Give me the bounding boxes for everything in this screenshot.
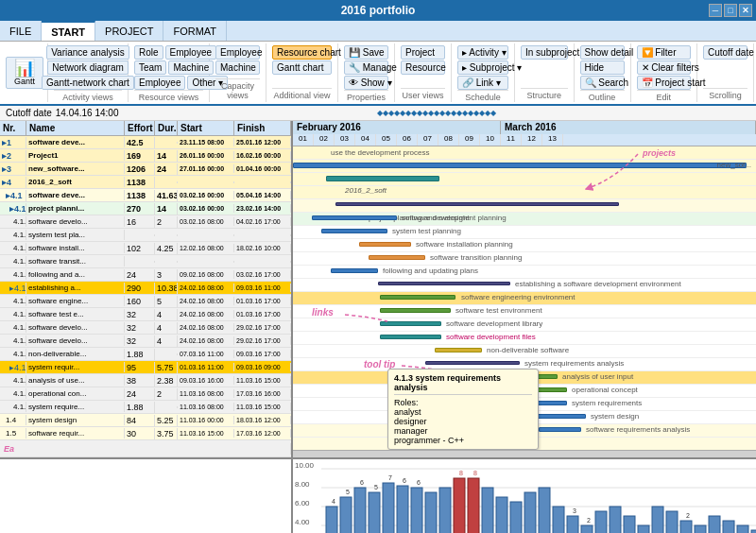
table-row[interactable]: ▸4.1.3 system requir... 95 5.75 01.03.16… bbox=[0, 361, 291, 374]
scrolling-label: Scrolling bbox=[703, 88, 747, 100]
svg-text:8: 8 bbox=[459, 470, 463, 476]
maximize-button[interactable]: □ bbox=[724, 4, 737, 17]
close-button[interactable]: ✕ bbox=[739, 4, 752, 17]
svg-rect-5 bbox=[326, 507, 337, 533]
gantt-chart-button[interactable]: Gantt chart bbox=[272, 60, 332, 75]
network-diagram-button[interactable]: Network diagram bbox=[47, 60, 129, 75]
tab-project[interactable]: PROJECT bbox=[95, 21, 163, 41]
project-view-button[interactable]: Project bbox=[401, 45, 445, 60]
table-row[interactable]: 4.1.2 non-deliverable... 1.88 07.03.16 1… bbox=[0, 348, 291, 361]
show-detail-button[interactable]: Show detail bbox=[580, 45, 625, 60]
minimize-button[interactable]: ─ bbox=[709, 4, 722, 17]
sip-label: software installation planning bbox=[416, 240, 513, 249]
schedule-label: Schedule bbox=[457, 90, 508, 102]
ribbon: 📊 Gantt Variance analysis Network diagra… bbox=[0, 42, 756, 106]
table-row[interactable]: 4.1.3 system require... 1.88 11.03.16 08… bbox=[0, 401, 291, 414]
filter-button[interactable]: 🔽 Filter bbox=[637, 45, 692, 60]
table-row[interactable]: Ea bbox=[0, 440, 291, 457]
table-row[interactable]: 4.1.3 analysis of use... 38 2.38 09.03.1… bbox=[0, 374, 291, 387]
gantt-hscrollbar[interactable] bbox=[293, 450, 756, 457]
development-process-label: use the development process bbox=[331, 148, 430, 157]
in-subproject-button[interactable]: In subproject bbox=[521, 45, 568, 60]
table-row[interactable]: ▸4.1 software deve... 1138 41.63 03.02.1… bbox=[0, 189, 291, 202]
projects-label: projects bbox=[643, 148, 676, 158]
table-row[interactable]: 4.1.2 software engine... 160 5 24.02.16 … bbox=[0, 295, 291, 308]
resource-view-button[interactable]: Resource bbox=[401, 60, 445, 75]
project-start-button[interactable]: 📅 Project start bbox=[637, 76, 692, 90]
task-table: Nr. Name Effort Dur. Start Finish ▸1 sof… bbox=[0, 121, 293, 457]
table-row[interactable]: ▸4 2016_2_soft 1138 bbox=[0, 176, 291, 189]
table-row[interactable]: ▸3 new_software... 1206 24 27.01.16 00:0… bbox=[0, 163, 291, 176]
clear-filters-button[interactable]: ✕ Clear filters bbox=[637, 60, 692, 75]
table-row[interactable]: 4.1.2 software develo... 32 4 24.02.16 0… bbox=[0, 321, 291, 335]
tab-format[interactable]: FORMAT bbox=[163, 21, 227, 41]
resource-chart-button[interactable]: Resource chart ▾ bbox=[272, 45, 332, 60]
tooltip-title: 4.1.3 system requirements analysis bbox=[394, 373, 532, 395]
svg-rect-26 bbox=[624, 516, 635, 533]
svg-rect-21 bbox=[553, 507, 564, 533]
user-views-group: Project Resource User views bbox=[395, 43, 452, 102]
table-row[interactable]: 1.4 system design 84 5.25 11.03.16 00:00… bbox=[0, 414, 291, 427]
table-row[interactable]: 4.1.1 system test pla... bbox=[0, 229, 291, 242]
gantt-view-button[interactable]: 📊 Gantt bbox=[6, 57, 43, 89]
variance-analysis-button[interactable]: Variance analysis bbox=[46, 45, 129, 60]
save-button[interactable]: 💾 Save bbox=[344, 45, 388, 60]
team-button[interactable]: Team bbox=[134, 60, 166, 75]
cutoff-date-scroll-button[interactable]: Cutoff date bbox=[703, 45, 747, 60]
table-row[interactable]: 4.1.1 software develo... 16 2 03.02.16 0… bbox=[0, 215, 291, 229]
structure-group: In subproject Structure bbox=[515, 43, 575, 102]
properties-label: Properties bbox=[344, 90, 388, 102]
show-button[interactable]: 👁 Show ▾ bbox=[344, 76, 388, 90]
table-row[interactable]: 4.1.3 operational con... 24 2 11.03.16 0… bbox=[0, 387, 291, 401]
machine-button[interactable]: Machine bbox=[168, 60, 214, 75]
table-row[interactable]: ▸4.1.1 project planni... 270 14 03.02.16… bbox=[0, 202, 291, 215]
employee-button[interactable]: Employee bbox=[165, 45, 216, 60]
capacity-views-label: Capacity views bbox=[215, 78, 260, 100]
bar-sip bbox=[359, 242, 411, 247]
table-row[interactable]: 1.5 software requir... 30 3.75 11.03.16 … bbox=[0, 427, 291, 440]
tab-file[interactable]: FILE bbox=[0, 21, 42, 41]
table-row[interactable]: 4.1.1 software transit... bbox=[0, 255, 291, 268]
oc-label: operational concept bbox=[572, 386, 638, 394]
see-label: software engineering environment bbox=[461, 293, 576, 301]
link-button[interactable]: 🔗 Link ▾ bbox=[457, 76, 508, 90]
sdf-label: software development files bbox=[446, 333, 536, 341]
aui-label: analysis of user input bbox=[562, 372, 633, 381]
capacity-machine-button[interactable]: Machine bbox=[215, 60, 260, 75]
role-button[interactable]: Role bbox=[134, 45, 163, 60]
activity-button[interactable]: ▸ Activity ▾ bbox=[457, 45, 508, 60]
svg-rect-13 bbox=[439, 488, 451, 533]
manage-button[interactable]: 🔧 Manage bbox=[344, 60, 388, 75]
tab-start[interactable]: START bbox=[42, 21, 95, 41]
bar-sdf bbox=[380, 335, 441, 339]
capacity-employee-button[interactable]: Employee bbox=[215, 45, 260, 60]
resource-legend: Overload Usage bbox=[0, 459, 293, 533]
svg-rect-19 bbox=[524, 492, 536, 533]
table-row[interactable]: ▸4.1.2 establishing a... 290 10.38 24.02… bbox=[0, 282, 291, 295]
feb-label: February 2016 bbox=[293, 121, 501, 134]
table-row[interactable]: 4.1.1 following and a... 24 3 09.02.16 0… bbox=[0, 268, 291, 282]
svg-rect-17 bbox=[496, 497, 507, 533]
table-row[interactable]: 4.1.1 software install... 102 4.25 12.02… bbox=[0, 242, 291, 255]
table-row[interactable]: 4.1.2 software develo... 32 4 24.02.16 0… bbox=[0, 335, 291, 348]
table-row[interactable]: 4.1.2 software test e... 32 4 24.02.16 0… bbox=[0, 308, 291, 321]
col-start: Start bbox=[178, 121, 234, 135]
ste-label: software test environment bbox=[455, 306, 542, 315]
svg-rect-9 bbox=[383, 483, 394, 533]
search-button[interactable]: 🔍 Search bbox=[580, 76, 625, 90]
bar-412 bbox=[378, 282, 510, 285]
table-row[interactable]: ▸1 software deve... 42.5 23.11.15 08:00 … bbox=[0, 136, 291, 149]
svg-rect-31 bbox=[695, 525, 706, 533]
svg-rect-11 bbox=[411, 488, 422, 533]
sr-label: system requirements bbox=[572, 399, 642, 407]
svg-rect-15 bbox=[468, 478, 479, 533]
sdl-label: software development library bbox=[446, 319, 542, 328]
subproject-button[interactable]: ▸ Subproject ▾ bbox=[457, 60, 508, 75]
timeline-months: February 2016 March 2016 bbox=[293, 121, 756, 134]
gantt-network-button[interactable]: Gantt-network chart bbox=[42, 76, 134, 90]
table-row[interactable]: ▸2 Project1 169 14 26.01.16 00:00 16.02.… bbox=[0, 149, 291, 163]
employee2-button[interactable]: Employee bbox=[134, 76, 185, 90]
hide-button[interactable]: Hide bbox=[580, 60, 625, 75]
svg-rect-30 bbox=[680, 521, 692, 533]
col-dur: Dur. bbox=[155, 121, 178, 135]
